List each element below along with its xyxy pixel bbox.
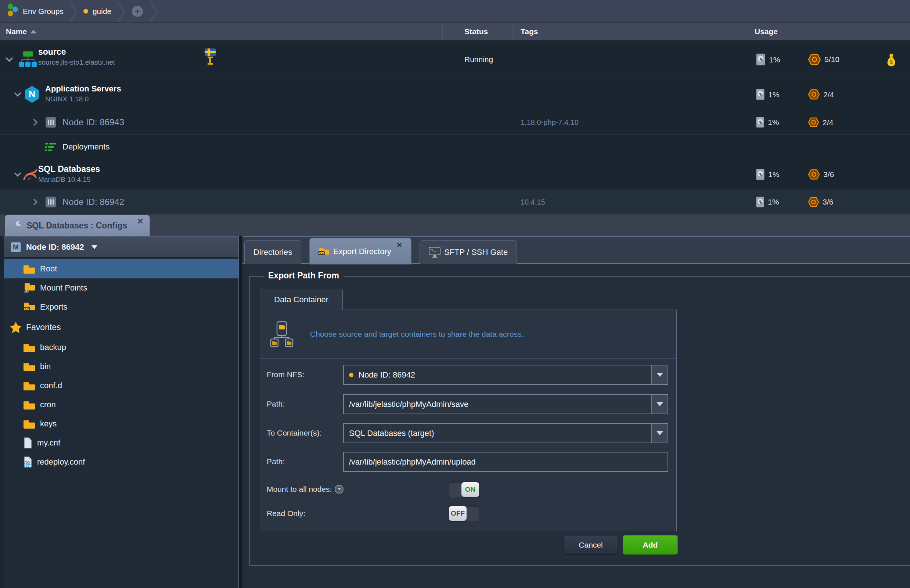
env-row-app-servers[interactable]: N Application Servers NGINX 1.18.0 1% [0,79,910,110]
node-usage-value: 3/6 [823,198,833,207]
env-name: source [38,46,115,58]
to-containers-value: SQL Databases (target) [349,429,434,438]
node-id-label: Node ID: 86943 [63,117,124,128]
toggle-knob: ON [461,482,479,497]
breadcrumb-label: guide [92,7,112,16]
sidebar-item-exports[interactable]: Exports [4,297,238,317]
sidebar-item-cron[interactable]: cron [4,395,238,414]
app-window: Env Groups guide + Name Status Tags Usag… [0,0,910,588]
folder-icon [23,264,36,274]
deployments-label: Deployments [63,142,110,152]
cancel-button[interactable]: Cancel [564,535,618,554]
new-environment-button[interactable]: + [132,6,143,17]
disk-usage-value: 1% [768,198,779,207]
env-row-deployments[interactable]: Deployments [0,135,910,159]
panel-divider [239,236,242,588]
folder-link-icon [318,247,330,256]
mount-all-label: Mount to all nodes: ? [267,485,344,494]
cancel-button-label: Cancel [579,541,603,549]
chevron-down-icon[interactable] [14,92,21,97]
add-button[interactable]: Add [623,535,678,554]
sidebar-item-label: keys [40,419,57,429]
sidebar-item-redeploy-conf[interactable]: redeploy.conf [4,452,238,472]
from-nfs-select[interactable]: Node ID: 86942 [343,365,668,385]
sidebar-item-mount-points[interactable]: Mount Points [4,278,238,297]
close-icon[interactable]: ✕ [137,217,144,226]
sidebar-item-label: redeploy.conf [37,457,85,467]
sidebar-item-bin[interactable]: bin [4,357,238,376]
disk-usage-value: 1% [768,118,779,127]
disk-icon [756,89,765,100]
nginx-icon: N [24,86,40,103]
column-status-label: Status [464,27,488,36]
sidebar-item-backup[interactable]: backup [4,338,238,357]
disk-usage: 1% [756,117,779,128]
tab-data-container[interactable]: Data Container [260,289,343,310]
read-only-toggle[interactable]: OFF [448,505,480,522]
node-tag: 1.18.0-php-7.4.10 [520,118,579,127]
sidebar-item-my-cnf[interactable]: my.cnf [4,433,238,452]
chevron-down-icon [656,402,663,406]
breadcrumb-env-groups[interactable]: Env Groups [0,0,69,23]
node-usage-value: 5/10 [824,55,839,64]
chevron-down-icon[interactable] [5,57,13,62]
column-usage[interactable]: Usage [755,27,778,36]
breadcrumb-label: Env Groups [23,7,63,16]
column-name-label: Name [6,27,27,36]
env-row-sql-databases[interactable]: SQL Databases MariaDB 10.4.15 1% 3/6 [0,159,910,190]
chevron-right-icon[interactable] [33,119,38,126]
star-icon [10,322,22,333]
env-row-node-86942[interactable]: Node ID: 86942 10.4.15 1% 3/6 [0,190,910,214]
dropdown-button[interactable] [651,365,668,384]
tab-label: Directories [254,247,292,257]
to-containers-select[interactable]: SQL Databases (target) [343,423,668,443]
dropdown-button[interactable] [651,424,668,443]
node-container-icon [45,117,57,128]
folder-icon [23,381,36,391]
cloudlets-hexagon-icon [808,89,819,100]
sidebar-item-conf-d[interactable]: conf.d [4,376,238,395]
sidebar-item-label: Root [40,264,57,274]
layer-stack: NGINX 1.18.0 [45,94,121,104]
chevron-down-icon [92,246,97,249]
export-path-fieldset: Export Path From Data Container [249,276,910,565]
close-icon[interactable]: ✕ [396,241,402,249]
column-name[interactable]: Name [6,27,36,36]
sidebar-item-root[interactable]: Root [4,259,238,278]
env-row-source[interactable]: source source.jls-sto1.elastx.net Runnin… [0,40,910,79]
disk-usage-value: 1% [769,55,780,64]
layer-name: Application Servers [45,83,121,94]
sidebar-item-keys[interactable]: keys [4,414,238,433]
mount-all-label-text: Mount to all nodes: [267,485,332,494]
dropdown-button[interactable] [651,395,668,414]
mount-all-toggle[interactable]: ON [448,481,480,498]
sidebar-item-favorites[interactable]: Favorites [4,317,238,338]
tab-label: Data Container [274,295,328,304]
tab-title: SQL Databases : Configs [26,221,127,231]
chevron-down-icon[interactable] [14,172,21,177]
help-icon[interactable]: ? [335,485,344,494]
tab-export-directory[interactable]: Export Directory ✕ [309,238,411,265]
target-path-input[interactable] [343,452,668,472]
from-nfs-label: From NFS: [267,370,305,379]
env-row-node-86943[interactable]: Node ID: 86943 1.18.0-php-7.4.10 1% 2/4 [0,110,910,135]
tab-sftp-ssh-gate[interactable]: SFTP / SSH Gate [420,240,517,264]
node-selector[interactable]: M Node ID: 86942 [4,236,238,258]
tab-directories[interactable]: Directories [244,240,301,264]
plus-icon: + [135,6,140,16]
disk-usage: 1% [756,169,779,180]
configs-sidebar: M Node ID: 86942 Root Mount Points [4,236,239,588]
node-usage: 5/10 [808,53,839,66]
column-status[interactable]: Status [464,27,488,36]
breadcrumb: Env Groups guide + [0,0,910,23]
tab-sql-databases-configs[interactable]: SQL Databases : Configs ✕ [5,215,150,236]
chevron-right-icon[interactable] [33,198,38,206]
hint-strip: Choose source and target containers to s… [260,310,676,359]
column-tags[interactable]: Tags [520,27,538,36]
cloudlets-hexagon-icon [808,53,821,66]
source-path-select[interactable]: /var/lib/jelastic/phpMyAdmin/save [343,394,668,414]
node-usage: 3/6 [808,169,834,180]
source-path-label: Path: [267,400,285,409]
breadcrumb-current-env[interactable]: guide [78,0,116,23]
billing-money-bag-icon[interactable]: $ [886,53,896,66]
